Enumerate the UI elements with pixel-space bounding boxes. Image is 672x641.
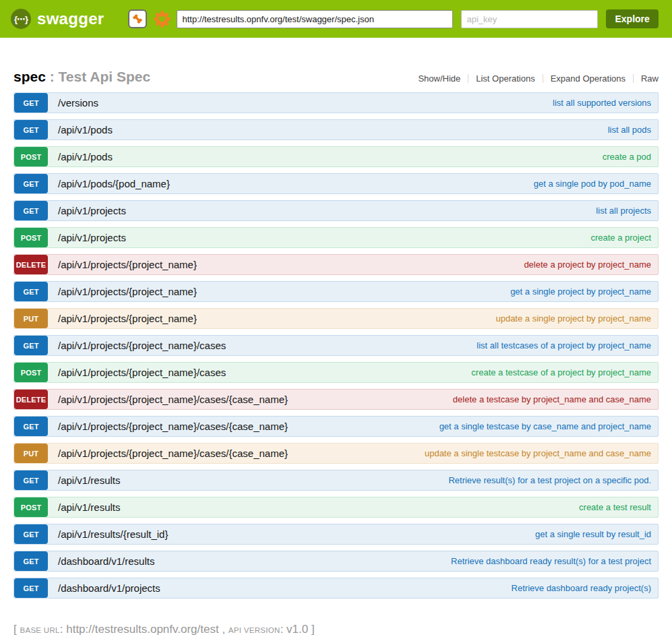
endpoint-row[interactable]: POST /api/v1/pods create a pod: [13, 146, 659, 167]
colon: :: [60, 623, 66, 636]
endpoint-path[interactable]: /dashboard/v1/results: [58, 551, 154, 571]
spec-description: Test Api Spec: [59, 69, 151, 84]
api-key-input[interactable]: [461, 10, 598, 28]
endpoint-path[interactable]: /api/v1/pods/{pod_name}: [58, 174, 170, 193]
endpoint-row[interactable]: GET /api/v1/projects list all projects: [13, 200, 659, 221]
endpoint-path[interactable]: /api/v1/projects/{project_name}/cases: [58, 363, 226, 382]
endpoint-path[interactable]: /api/v1/projects/{project_name}/cases/{c…: [58, 417, 288, 436]
endpoint-summary-link[interactable]: list all testcases of a project by proje…: [477, 336, 651, 355]
operations-nav-item[interactable]: Show/Hide: [410, 74, 468, 83]
endpoint-summary-link[interactable]: list all projects: [596, 201, 651, 220]
method-badge[interactable]: DELETE: [14, 255, 48, 274]
endpoint-path[interactable]: /api/v1/results/{result_id}: [58, 524, 168, 544]
endpoint-path[interactable]: /api/v1/projects/{project_name}/cases: [58, 336, 226, 355]
method-badge[interactable]: GET: [14, 470, 48, 490]
endpoint-row[interactable]: GET /api/v1/results Retrieve result(s) f…: [13, 470, 659, 491]
gear-heart-icon: [153, 10, 171, 28]
endpoint-row[interactable]: GET /api/v1/projects/{project_name}/case…: [13, 335, 659, 356]
endpoint-summary-link[interactable]: update a single project by project_name: [495, 309, 651, 328]
endpoint-row[interactable]: GET /api/v1/pods/{pod_name} get a single…: [13, 173, 659, 194]
endpoint-summary-link[interactable]: Retrieve dashboard ready project(s): [512, 578, 651, 598]
bone-link-button[interactable]: [128, 9, 147, 28]
api-version-value: v1.0: [286, 623, 308, 636]
base-url-footer: [ base url: http://testresults.opnfv.org…: [13, 623, 659, 636]
endpoint-row[interactable]: POST /api/v1/projects/{project_name}/cas…: [13, 362, 659, 383]
explore-button[interactable]: Explore: [606, 9, 658, 28]
endpoint-row[interactable]: GET /api/v1/results/{result_id} get a si…: [13, 524, 659, 545]
method-badge[interactable]: GET: [14, 417, 48, 436]
method-badge[interactable]: GET: [14, 201, 48, 220]
endpoint-summary-link[interactable]: list all pods: [608, 120, 651, 140]
operations-nav-item[interactable]: Raw: [633, 74, 659, 83]
endpoint-row[interactable]: GET /dashboard/v1/results Retrieve dashb…: [13, 551, 659, 572]
method-badge[interactable]: GET: [14, 336, 48, 355]
base-url-value: http://testresults.opnfv.org/test: [66, 623, 218, 636]
endpoint-path[interactable]: /api/v1/pods: [58, 147, 113, 166]
method-badge[interactable]: POST: [14, 497, 48, 517]
endpoint-summary-link[interactable]: Retrieve dashboard ready result(s) for a…: [451, 551, 651, 571]
method-badge[interactable]: GET: [14, 578, 48, 598]
method-badge[interactable]: PUT: [14, 309, 48, 328]
method-badge[interactable]: GET: [14, 282, 48, 301]
title-row: spec : Test Api Spec Show/HideList Opera…: [13, 69, 659, 85]
method-badge[interactable]: PUT: [14, 444, 48, 463]
endpoint-summary-link[interactable]: delete a testcase by project_name and ca…: [453, 390, 651, 409]
endpoint-summary-link[interactable]: create a project: [590, 228, 651, 247]
endpoint-row[interactable]: GET /versions list all supported version…: [13, 92, 659, 113]
endpoint-row[interactable]: PUT /api/v1/projects/{project_name} upda…: [13, 308, 659, 329]
bone-icon: [131, 13, 144, 25]
method-badge[interactable]: GET: [14, 551, 48, 571]
method-badge[interactable]: POST: [14, 147, 48, 166]
spec-url-input[interactable]: [177, 10, 453, 28]
endpoint-summary-link[interactable]: get a single pod by pod_name: [534, 174, 651, 193]
endpoint-summary-link[interactable]: create a pod: [603, 147, 651, 166]
endpoint-path[interactable]: /versions: [58, 93, 98, 113]
operations-nav-item[interactable]: Expand Operations: [543, 74, 633, 83]
method-badge[interactable]: POST: [14, 363, 48, 382]
endpoint-path[interactable]: /api/v1/pods: [58, 120, 113, 140]
operations-nav: Show/HideList OperationsExpand Operation…: [410, 74, 659, 83]
endpoint-row[interactable]: DELETE /api/v1/projects/{project_name} d…: [13, 254, 659, 275]
endpoint-summary-link[interactable]: delete a project by project_name: [524, 255, 651, 274]
endpoint-row[interactable]: GET /dashboard/v1/projects Retrieve dash…: [13, 578, 659, 599]
endpoint-path[interactable]: /api/v1/results: [58, 497, 121, 517]
header-bar: {⋯} swagger Explore: [0, 0, 672, 38]
endpoint-row[interactable]: POST /api/v1/results create a test resul…: [13, 497, 659, 518]
colon: :: [280, 623, 286, 636]
base-url-label: base url: [20, 626, 59, 634]
method-badge[interactable]: GET: [14, 524, 48, 544]
endpoint-row[interactable]: GET /api/v1/projects/{project_name}/case…: [13, 416, 659, 437]
method-badge[interactable]: GET: [14, 174, 48, 193]
endpoint-path[interactable]: /api/v1/projects: [58, 228, 126, 247]
swagger-braces-icon: {⋯}: [11, 9, 31, 29]
endpoint-summary-link[interactable]: get a single testcase by case_name and p…: [439, 417, 651, 436]
method-badge[interactable]: GET: [14, 120, 48, 140]
method-badge[interactable]: GET: [14, 93, 48, 113]
operations-nav-item[interactable]: List Operations: [468, 74, 542, 83]
endpoint-summary-link[interactable]: create a test result: [579, 497, 651, 517]
method-badge[interactable]: DELETE: [14, 390, 48, 409]
endpoint-summary-link[interactable]: get a single project by project_name: [510, 282, 651, 301]
swagger-logo[interactable]: {⋯} swagger: [11, 9, 104, 29]
endpoint-row[interactable]: GET /api/v1/projects/{project_name} get …: [13, 281, 659, 302]
endpoint-row[interactable]: POST /api/v1/projects create a project: [13, 227, 659, 248]
endpoint-path[interactable]: /api/v1/projects/{project_name}: [58, 309, 197, 328]
endpoint-path[interactable]: /api/v1/projects/{project_name}/cases/{c…: [58, 444, 288, 463]
gear-heart-button[interactable]: [152, 9, 171, 28]
endpoint-row[interactable]: DELETE /api/v1/projects/{project_name}/c…: [13, 389, 659, 410]
endpoint-path[interactable]: /dashboard/v1/projects: [58, 578, 160, 598]
endpoint-row[interactable]: PUT /api/v1/projects/{project_name}/case…: [13, 443, 659, 464]
endpoint-path[interactable]: /api/v1/projects: [58, 201, 126, 220]
endpoint-row[interactable]: GET /api/v1/pods list all pods: [13, 119, 659, 140]
method-badge[interactable]: POST: [14, 228, 48, 247]
endpoint-summary-link[interactable]: list all supported versions: [553, 93, 651, 113]
endpoint-summary-link[interactable]: Retrieve result(s) for a test project on…: [448, 470, 651, 490]
endpoint-path[interactable]: /api/v1/projects/{project_name}: [58, 282, 197, 301]
endpoint-summary-link[interactable]: create a testcase of a project by projec…: [471, 363, 651, 382]
swagger-logo-text: swagger: [37, 9, 104, 28]
endpoint-path[interactable]: /api/v1/projects/{project_name}: [58, 255, 197, 274]
endpoint-path[interactable]: /api/v1/projects/{project_name}/cases/{c…: [58, 390, 288, 409]
endpoint-path[interactable]: /api/v1/results: [58, 470, 121, 490]
endpoint-summary-link[interactable]: update a single testcase by project_name…: [425, 444, 651, 463]
endpoint-summary-link[interactable]: get a single result by result_id: [535, 524, 651, 544]
